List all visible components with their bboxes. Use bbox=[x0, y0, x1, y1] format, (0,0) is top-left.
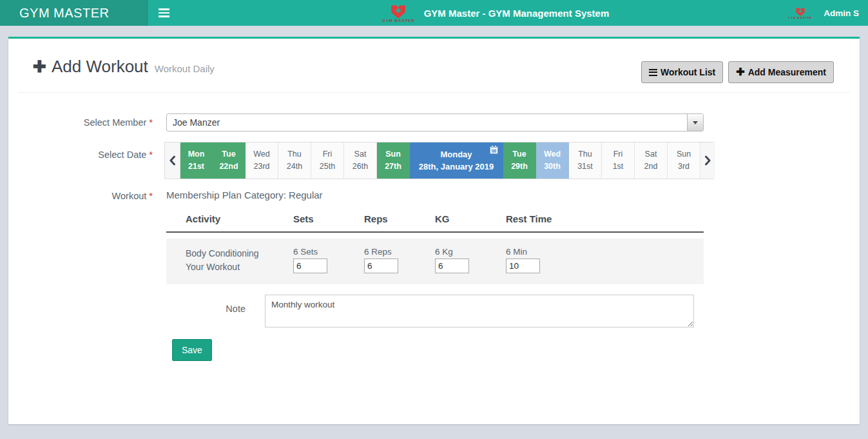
header-title-group: GYM MASTER GYM Master - GYM Management S… bbox=[382, 0, 609, 26]
workout-list-label: Workout List bbox=[661, 67, 715, 77]
date-cell-day: Tue bbox=[512, 148, 526, 161]
menu-toggle-icon[interactable] bbox=[159, 6, 169, 19]
date-cell-date: 29th bbox=[511, 161, 528, 173]
date-cell-date: 21st bbox=[188, 161, 204, 173]
date-cell-date: 2nd bbox=[644, 161, 658, 173]
date-cell-monday-28th[interactable]: Monday28th, January 2019 bbox=[410, 142, 503, 179]
date-row: Select Date * Mon21stTue22ndWed23rdThu24… bbox=[8, 142, 860, 179]
date-cell-sun-27th[interactable]: Sun27th bbox=[377, 142, 410, 179]
plus-icon: ✚ bbox=[33, 57, 46, 76]
date-cell-thu-31st[interactable]: Thu31st bbox=[569, 142, 602, 179]
date-cell-sat-26th[interactable]: Sat26th bbox=[344, 142, 377, 179]
date-cell-wed-23rd[interactable]: Wed23rd bbox=[246, 142, 278, 179]
sets-input[interactable] bbox=[293, 259, 327, 273]
date-cell-fri-25th[interactable]: Fri25th bbox=[311, 142, 344, 179]
date-cell-day: Thu bbox=[578, 148, 592, 161]
member-select[interactable]: Joe Manzer bbox=[166, 113, 704, 132]
workout-table-header: Activity Sets Reps KG Rest Time bbox=[166, 213, 704, 233]
date-cell-day: Mon bbox=[188, 148, 205, 161]
workout-list-button[interactable]: Workout List bbox=[641, 61, 723, 83]
reps-input[interactable] bbox=[364, 259, 398, 273]
page-subtitle: Workout Daily bbox=[155, 63, 215, 74]
date-cell-date: 31st bbox=[577, 161, 593, 173]
brand-label: GYM MASTER bbox=[19, 6, 109, 21]
add-workout-form: Select Member * Joe Manzer Select Date * bbox=[8, 93, 860, 361]
date-cell-sat-2nd[interactable]: Sat2nd bbox=[635, 142, 668, 179]
col-header-kg: KG bbox=[435, 213, 506, 224]
dropdown-arrow-icon[interactable] bbox=[687, 114, 703, 131]
heart-logo-icon bbox=[390, 4, 407, 19]
workout-row: Workout * Membership Plan Category: Regu… bbox=[8, 190, 860, 284]
app-header: GYM MASTER GYM MASTER GYM Master - GYM M… bbox=[0, 0, 868, 26]
col-header-sets: Sets bbox=[293, 213, 364, 224]
date-cell-date: 30th bbox=[544, 161, 561, 173]
workout-table: Membership Plan Category: Regular Activi… bbox=[166, 190, 704, 284]
add-measurement-button[interactable]: ✚ Add Measurement bbox=[728, 61, 834, 83]
date-cell-thu-24th[interactable]: Thu24th bbox=[278, 142, 311, 179]
brand: GYM MASTER bbox=[0, 0, 148, 26]
date-carousel-cells: Mon21stTue22ndWed23rdThu24thFri25thSat26… bbox=[180, 142, 700, 179]
app-title: GYM Master - GYM Management System bbox=[424, 8, 610, 19]
date-cell-tue-29th[interactable]: Tue29th bbox=[503, 142, 536, 179]
date-cell-day: Sat bbox=[645, 148, 657, 161]
kg-input[interactable] bbox=[435, 259, 469, 273]
reps-field-label: 6 Reps bbox=[364, 247, 435, 257]
date-cell-day: Fri bbox=[323, 148, 333, 161]
kg-cell: 6 Kg bbox=[435, 247, 506, 274]
carousel-next-icon[interactable] bbox=[700, 142, 715, 179]
rest-time-input[interactable] bbox=[506, 259, 540, 273]
date-cell-day: Fri bbox=[613, 148, 623, 161]
page-title: ✚ Add Workout Workout Daily bbox=[33, 57, 215, 77]
date-cell-sun-3rd[interactable]: Sun3rd bbox=[668, 142, 700, 179]
activity-name: Body Conditioning bbox=[186, 247, 293, 260]
header-actions: Workout List ✚ Add Measurement bbox=[641, 61, 834, 83]
user-logo-caption: GYM MASTER bbox=[788, 16, 812, 19]
col-header-activity: Activity bbox=[166, 213, 293, 224]
user-menu[interactable]: GYM MASTER Admin S bbox=[788, 0, 859, 26]
date-cell-day: Monday bbox=[440, 148, 472, 161]
save-button[interactable]: Save bbox=[172, 339, 212, 361]
heart-logo-icon-small bbox=[795, 7, 805, 17]
date-cell-date: 3rd bbox=[678, 161, 690, 173]
sets-cell: 6 Sets bbox=[293, 247, 364, 274]
date-cell-day: Sun bbox=[677, 148, 691, 161]
user-name: Admin S bbox=[824, 8, 859, 18]
date-cell-day: Sun bbox=[385, 148, 401, 161]
date-cell-day: Wed bbox=[544, 148, 561, 161]
logo-caption: GYM MASTER bbox=[382, 19, 415, 23]
rest-time-cell: 6 Min bbox=[506, 247, 704, 274]
note-textarea[interactable] bbox=[265, 295, 694, 327]
date-cell-date: 23rd bbox=[253, 161, 269, 173]
note-row: Note bbox=[8, 295, 860, 327]
date-cell-date: 27th bbox=[385, 161, 401, 173]
note-label: Note bbox=[8, 295, 265, 327]
date-cell-day: Sat bbox=[354, 148, 367, 161]
member-label: Select Member * bbox=[8, 113, 166, 132]
reps-cell: 6 Reps bbox=[364, 247, 435, 274]
date-cell-day: Tue bbox=[222, 148, 235, 161]
workout-label: Workout * bbox=[8, 190, 166, 284]
rest-time-field-label: 6 Min bbox=[506, 247, 704, 257]
date-carousel: Mon21stTue22ndWed23rdThu24thFri25thSat26… bbox=[164, 142, 714, 179]
date-cell-date: 22nd bbox=[219, 161, 238, 173]
main-content: ✚ Add Workout Workout Daily Workout List… bbox=[0, 26, 868, 424]
card-header: ✚ Add Workout Workout Daily Workout List… bbox=[8, 39, 860, 92]
date-cell-date: 26th bbox=[352, 161, 368, 173]
carousel-prev-icon[interactable] bbox=[165, 142, 180, 179]
col-header-rest-time: Rest Time bbox=[506, 213, 704, 224]
app-logo: GYM MASTER bbox=[382, 4, 415, 23]
date-cell-date: 28th, January 2019 bbox=[419, 161, 494, 173]
date-cell-mon-21st[interactable]: Mon21st bbox=[180, 142, 213, 179]
date-cell-day: Wed bbox=[253, 148, 269, 161]
calendar-icon bbox=[490, 146, 498, 154]
save-row: Save bbox=[172, 339, 860, 361]
date-cell-tue-22nd[interactable]: Tue22nd bbox=[213, 142, 246, 179]
member-row: Select Member * Joe Manzer bbox=[8, 113, 860, 132]
activity-subtitle: Your Workout bbox=[186, 260, 293, 274]
date-cell-fri-1st[interactable]: Fri1st bbox=[602, 142, 635, 179]
date-cell-wed-30th[interactable]: Wed30th bbox=[536, 142, 569, 179]
page-title-text: Add Workout bbox=[52, 57, 148, 77]
date-cell-day: Thu bbox=[287, 148, 302, 161]
date-cell-date: 24th bbox=[287, 161, 302, 173]
member-select-value: Joe Manzer bbox=[167, 117, 687, 128]
